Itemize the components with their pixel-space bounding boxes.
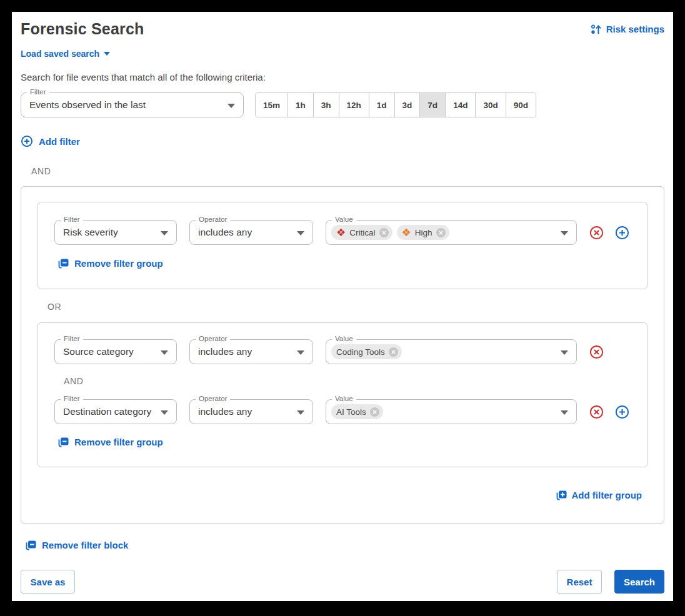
page-title: Forensic Search <box>21 20 144 38</box>
operator-select[interactable]: Operator includes any <box>189 399 313 424</box>
value-chip[interactable]: ❖ High <box>397 225 449 240</box>
value-chip[interactable]: ❖ Critical <box>331 225 392 240</box>
boolean-and-label: AND <box>31 166 664 176</box>
remove-filter-icon[interactable] <box>589 345 604 359</box>
filter-group-2: Filter Source category Operator includes… <box>38 322 648 467</box>
severity-critical-icon: ❖ <box>336 227 346 238</box>
time-range-button[interactable]: 1h <box>288 93 314 117</box>
chip-remove-icon[interactable] <box>370 407 379 417</box>
filter-group-1: Filter Risk severity Operator includes a… <box>38 202 648 289</box>
remove-group-icon <box>57 257 69 269</box>
value-chip[interactable]: AI Tools <box>331 404 383 419</box>
time-range-button[interactable]: 3h <box>314 93 339 117</box>
time-range-button[interactable]: 14d <box>446 93 476 117</box>
add-filter-row-icon[interactable] <box>615 226 629 240</box>
chip-remove-icon[interactable] <box>389 347 398 357</box>
add-filter-group-link[interactable]: Add filter group <box>555 489 642 501</box>
chevron-down-icon <box>297 410 304 415</box>
filter-select[interactable]: Filter Risk severity <box>54 220 177 245</box>
time-range-button[interactable]: 1d <box>369 93 395 117</box>
search-button[interactable]: Search <box>614 570 664 594</box>
remove-block-icon <box>24 539 36 551</box>
filter-block: Filter Risk severity Operator includes a… <box>21 186 664 524</box>
time-range-button[interactable]: 7d <box>420 93 446 117</box>
chevron-down-icon <box>561 410 568 415</box>
save-as-button[interactable]: Save as <box>21 570 75 594</box>
remove-filter-icon[interactable] <box>589 405 604 419</box>
chevron-down-icon <box>104 52 110 56</box>
time-range-button[interactable]: 15m <box>256 93 288 117</box>
risk-settings-icon <box>590 24 602 35</box>
plus-circle-icon <box>21 135 33 147</box>
filter-select[interactable]: Filter Source category <box>54 339 177 364</box>
add-group-icon <box>555 489 567 501</box>
filter-select[interactable]: Filter Destination category <box>54 399 177 424</box>
top-filter-select[interactable]: Filter Events observed in the last <box>21 92 244 117</box>
time-range-button[interactable]: 90d <box>506 93 536 117</box>
chevron-down-icon <box>228 104 235 108</box>
chip-remove-icon[interactable] <box>379 228 389 237</box>
add-filter-link[interactable]: Add filter <box>21 135 80 147</box>
operator-select[interactable]: Operator includes any <box>189 220 313 245</box>
remove-group-icon <box>57 436 69 448</box>
value-select[interactable]: Value AI Tools <box>326 399 577 424</box>
remove-filter-group-link[interactable]: Remove filter group <box>57 257 163 269</box>
value-select[interactable]: Value Coding Tools <box>326 339 577 364</box>
risk-settings-link[interactable]: Risk settings <box>590 24 664 35</box>
chevron-down-icon <box>297 231 304 236</box>
criteria-text: Search for file events that match all of… <box>21 72 664 82</box>
remove-filter-icon[interactable] <box>589 226 604 240</box>
chevron-down-icon <box>161 231 168 236</box>
chevron-down-icon <box>161 410 168 415</box>
remove-filter-group-link[interactable]: Remove filter group <box>57 436 163 448</box>
reset-button[interactable]: Reset <box>557 570 602 594</box>
time-range-button[interactable]: 12h <box>339 93 369 117</box>
chevron-down-icon <box>561 231 568 236</box>
boolean-and-label: AND <box>64 376 631 386</box>
time-range-group: 15m 1h 3h 12h 1d 3d 7d 14d 30d 90d <box>255 92 536 117</box>
operator-select[interactable]: Operator includes any <box>189 339 313 364</box>
chevron-down-icon <box>297 350 304 355</box>
add-filter-row-icon[interactable] <box>615 405 629 419</box>
time-range-button[interactable]: 30d <box>476 93 506 117</box>
severity-high-icon: ❖ <box>402 227 411 238</box>
load-saved-search-link[interactable]: Load saved search <box>21 49 110 59</box>
value-select[interactable]: Value ❖ Critical ❖ High <box>326 220 577 245</box>
remove-filter-block-link[interactable]: Remove filter block <box>24 539 128 551</box>
time-range-button[interactable]: 3d <box>395 93 421 117</box>
chip-remove-icon[interactable] <box>436 228 446 237</box>
boolean-or-label: OR <box>48 302 648 312</box>
field-label: Filter <box>27 88 49 96</box>
chevron-down-icon <box>561 350 568 355</box>
forensic-search-page: Forensic Search Risk settings Load saved… <box>12 12 673 601</box>
chevron-down-icon <box>161 350 168 355</box>
value-chip[interactable]: Coding Tools <box>331 344 402 359</box>
